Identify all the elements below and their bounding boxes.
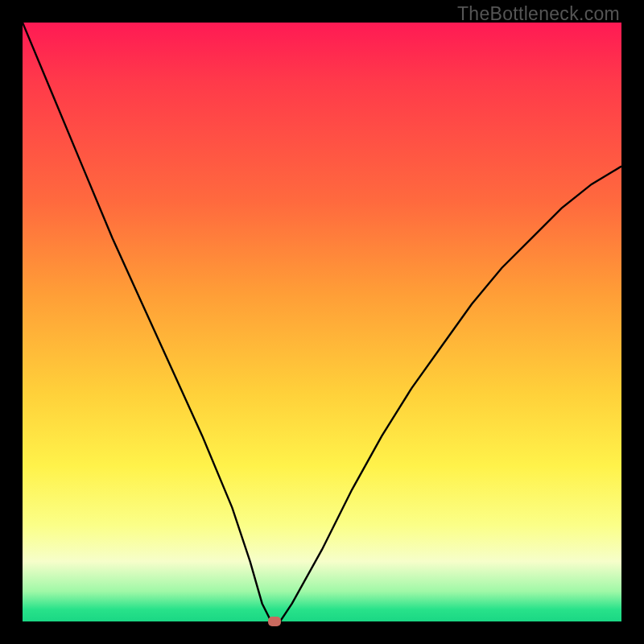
minimum-marker xyxy=(268,617,281,626)
bottleneck-curve xyxy=(23,23,621,621)
curve-path xyxy=(23,23,621,621)
plot-area xyxy=(23,23,621,621)
watermark-label: TheBottleneck.com xyxy=(457,3,620,25)
chart-frame: TheBottleneck.com xyxy=(0,0,644,644)
